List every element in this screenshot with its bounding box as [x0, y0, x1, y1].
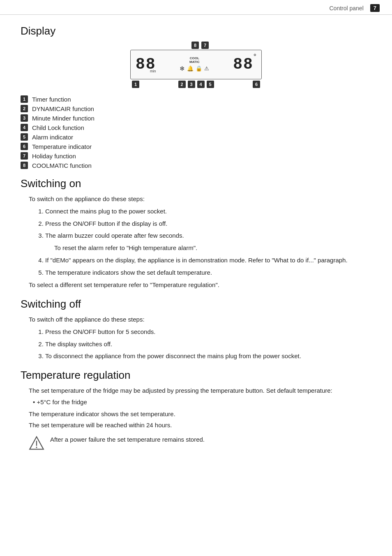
feature-label-2: DYNAMICAIR function: [32, 105, 94, 112]
degree-symbol: °: [254, 53, 256, 61]
badge-1: 1: [132, 81, 139, 88]
badge-3: 3: [188, 81, 195, 88]
feature-label-1: Timer function: [32, 96, 71, 103]
feature-label-7: Holiday function: [32, 153, 76, 160]
feature-8: 8 COOLMATIC function: [21, 162, 371, 169]
switching-off-step-3: To disconnect the appliance from the pow…: [45, 351, 371, 361]
feature-6: 6 Temperature indicator: [21, 143, 371, 150]
feature-1: 1 Timer function: [21, 95, 371, 103]
min-label: min: [150, 69, 156, 73]
temperature-para2: The temperature indicator shows the set …: [21, 409, 371, 419]
switching-on-note: To select a different set temperature re…: [21, 280, 371, 290]
badge-group-mid: 2 3 4 5: [178, 81, 214, 88]
feature-2: 2 DYNAMICAIR function: [21, 105, 371, 112]
alarm-icon: ⚠: [204, 65, 209, 72]
bell-icon: 🔔: [187, 65, 194, 72]
feature-label-5: Alarm indicator: [32, 134, 73, 141]
switching-on-step-4: If "dEMo" appears on the display, the ap…: [45, 255, 371, 265]
badge-5: 5: [207, 81, 214, 88]
snowflake-icon: ❄: [180, 65, 185, 72]
badge-6: 6: [253, 81, 260, 88]
main-content: Display 8 7 88 min COOLMATIC: [0, 15, 392, 472]
diagram-top-labels: 8 7: [191, 42, 209, 49]
switching-on-step-2: Press the ON/OFF button if the display i…: [45, 219, 371, 228]
coolmatic-label: COOLMATIC: [189, 57, 200, 64]
feature-badge-4: 4: [21, 124, 28, 131]
feature-badge-1: 1: [21, 95, 28, 103]
switching-on-step3-indent: To reset the alarm refer to "High temper…: [21, 243, 371, 253]
feature-badge-6: 6: [21, 143, 28, 150]
feature-list: 1 Timer function 2 DYNAMICAIR function 3…: [21, 95, 371, 169]
feature-5: 5 Alarm indicator: [21, 133, 371, 141]
feature-label-8: COOLMATIC function: [32, 162, 92, 169]
temperature-para3: The set temperature will be reached with…: [21, 420, 371, 430]
feature-badge-3: 3: [21, 114, 28, 122]
switching-off-intro: To switch off the appliance do these ste…: [21, 315, 371, 324]
switching-off-step-2: The display switches off.: [45, 339, 371, 349]
diagram-bottom-labels: 1 2 3 4 5 6: [130, 81, 262, 88]
temperature-section: Temperature regulation The set temperatu…: [21, 369, 371, 451]
right-display-wrapper: 88 °: [233, 57, 256, 72]
display-title: Display: [21, 25, 371, 37]
badge-8: 8: [191, 42, 199, 49]
feature-7: 7 Holiday function: [21, 152, 371, 160]
badge-4: 4: [197, 81, 205, 88]
feature-badge-8: 8: [21, 162, 28, 169]
switching-on-intro: To switch on the appliance do these step…: [21, 194, 371, 204]
temperature-bullet: +5°C for the fridge: [21, 397, 371, 407]
right-display: 88: [233, 57, 254, 72]
switching-off-step-1: Press the ON/OFF button for 5 seconds.: [45, 327, 371, 336]
badge-7: 7: [201, 42, 209, 49]
feature-label-6: Temperature indicator: [32, 143, 92, 150]
feature-label-4: Child Lock function: [32, 124, 84, 131]
warning-triangle-icon: [29, 436, 44, 451]
switching-on-step-5: The temperature indicators show the set …: [45, 268, 371, 277]
switching-on-step-3: The alarm buzzer could operate after few…: [45, 231, 371, 240]
feature-3: 3 Minute Minder function: [21, 114, 371, 122]
display-box: 88 min COOLMATIC ❄ 🔔 🔒 ⚠: [130, 50, 262, 79]
switching-off-title: Switching off: [21, 298, 371, 310]
switching-off-steps: Press the ON/OFF button for 5 seconds. T…: [45, 327, 371, 361]
display-diagram: 8 7 88 min COOLMATIC ❄ 🔔: [126, 42, 266, 88]
warning-row: After a power failure the set temperatur…: [21, 435, 371, 451]
icon-row: ❄ 🔔 🔒 ⚠: [180, 65, 209, 72]
feature-badge-5: 5: [21, 133, 28, 141]
temperature-title: Temperature regulation: [21, 369, 371, 382]
display-section: Display 8 7 88 min COOLMATIC: [21, 25, 371, 169]
feature-badge-2: 2: [21, 105, 28, 112]
switching-off-section: Switching off To switch off the applianc…: [21, 298, 371, 361]
switching-on-step-1: Connect the mains plug to the power sock…: [45, 206, 371, 216]
warning-text: After a power failure the set temperatur…: [50, 435, 205, 444]
switching-on-title: Switching on: [21, 177, 371, 190]
badge-2: 2: [178, 81, 186, 88]
temperature-para1: The set temperature of the fridge may be…: [21, 386, 371, 395]
page-number: 7: [370, 4, 380, 12]
feature-badge-7: 7: [21, 152, 28, 160]
switching-on-steps: Connect the mains plug to the power sock…: [45, 206, 371, 240]
switching-on-section: Switching on To switch on the appliance …: [21, 177, 371, 290]
lock-icon: 🔒: [196, 65, 202, 72]
page-header: Control panel 7: [0, 0, 392, 15]
feature-4: 4 Child Lock function: [21, 124, 371, 131]
header-title: Control panel: [329, 5, 363, 12]
middle-icons: COOLMATIC ❄ 🔔 🔒 ⚠: [180, 57, 209, 72]
switching-on-steps-cont: If "dEMo" appears on the display, the ap…: [45, 255, 371, 277]
feature-label-3: Minute Minder function: [32, 115, 95, 122]
svg-point-2: [36, 447, 37, 448]
